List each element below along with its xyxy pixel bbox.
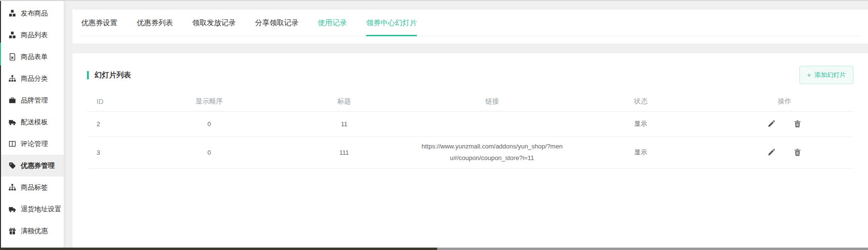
sidebar-item-label: 配送模板 xyxy=(21,118,48,127)
tab-panel: 优惠券设置 优惠券列表 领取发放记录 分享领取记录 使用记录 领券中心幻灯片 xyxy=(72,10,868,44)
title-accent-bar xyxy=(87,71,89,79)
plus-icon: + xyxy=(807,72,811,78)
sidebar-item-product-form[interactable]: 商品表单 xyxy=(1,46,64,68)
column-header-title: 标题 xyxy=(270,92,418,111)
sidebar-item-brand-management[interactable]: 品牌管理 xyxy=(1,89,64,111)
sidebar-item-delivery-template[interactable]: 配送模板 xyxy=(1,111,64,133)
window-top-edge xyxy=(0,0,868,1)
tab-coupon-list[interactable]: 优惠券列表 xyxy=(137,10,173,36)
pencil-icon xyxy=(768,120,775,128)
table-header-row: ID 显示顺序 标题 链接 状态 操作 xyxy=(87,92,854,111)
truck-icon xyxy=(9,118,16,126)
sidebar-item-full-discount[interactable]: 满额优惠 xyxy=(1,220,64,242)
add-slide-button[interactable]: + 添加幻灯片 xyxy=(799,66,854,84)
sidebar-item-label: 品牌管理 xyxy=(21,96,48,105)
sidebar-item-label: 评论管理 xyxy=(21,140,48,148)
slides-content-panel: 幻灯片列表 + 添加幻灯片 ID 显示顺序 标题 链接 状态 操作 2 0 xyxy=(72,53,868,248)
cell-display-order: 0 xyxy=(148,136,270,168)
link-text: https://www.yunzmall.com/addons/yun_shop… xyxy=(420,141,564,164)
briefcase-icon xyxy=(9,97,16,104)
file-x-icon xyxy=(9,53,16,60)
sidebar-item-label: 商品列表 xyxy=(21,31,48,40)
sidebar-item-product-tags[interactable]: 商品标签 xyxy=(1,176,64,198)
tab-claim-issue-records[interactable]: 领取发放记录 xyxy=(192,10,236,36)
cell-id: 3 xyxy=(87,136,148,168)
table-row: 2 0 11 显示 xyxy=(87,111,854,136)
tab-coupon-center-slides[interactable]: 领券中心幻灯片 xyxy=(366,10,417,36)
tab-bar: 优惠券设置 优惠券列表 领取发放记录 分享领取记录 使用记录 领券中心幻灯片 xyxy=(81,10,859,36)
add-slide-button-label: 添加幻灯片 xyxy=(814,71,846,79)
cell-title: 111 xyxy=(270,136,418,168)
sitemap-icon xyxy=(9,75,16,82)
sidebar-item-coupon-management[interactable]: 优惠券管理 xyxy=(1,155,64,176)
sidebar-item-product-category[interactable]: 商品分类 xyxy=(1,68,64,89)
tag-icon xyxy=(9,162,16,169)
tab-usage-records[interactable]: 使用记录 xyxy=(318,10,347,36)
gift-icon xyxy=(9,227,16,235)
pencil-icon xyxy=(768,148,775,156)
sidebar: 发布商品 商品列表 商品表单 商品分类 品牌管理 配送模板 评论管理 优惠券管理… xyxy=(1,1,64,248)
delete-button[interactable] xyxy=(794,148,801,156)
cell-display-order: 0 xyxy=(148,111,270,136)
sidebar-item-label: 退货地址设置 xyxy=(21,205,61,214)
sidebar-item-return-address-settings[interactable]: 退货地址设置 xyxy=(1,198,64,220)
sidebar-item-publish-product[interactable]: 发布商品 xyxy=(1,2,64,24)
sidebar-item-label: 商品标签 xyxy=(21,183,48,192)
section-title-text: 幻灯片列表 xyxy=(95,71,131,80)
sidebar-item-product-list[interactable]: 商品列表 xyxy=(1,24,64,46)
column-header-display-order: 显示顺序 xyxy=(148,92,270,111)
trash-icon xyxy=(794,148,801,156)
columns-icon xyxy=(9,140,16,147)
delete-button[interactable] xyxy=(794,120,801,128)
table-row: 3 0 111 https://www.yunzmall.com/addons/… xyxy=(87,136,854,168)
sidebar-item-label: 商品表单 xyxy=(21,53,48,61)
section-title: 幻灯片列表 xyxy=(87,71,131,80)
cell-actions xyxy=(715,136,854,168)
sidebar-item-label: 满额优惠 xyxy=(21,227,48,235)
column-header-link: 链接 xyxy=(418,92,566,111)
sitemap-icon xyxy=(9,184,16,191)
panel-header: 幻灯片列表 + 添加幻灯片 xyxy=(87,66,854,84)
sidebar-item-label: 优惠券管理 xyxy=(21,162,55,170)
sidebar-item-comment-management[interactable]: 评论管理 xyxy=(1,133,64,155)
cell-actions xyxy=(715,111,854,136)
window-bottom-edge-left xyxy=(0,248,437,250)
cell-id: 2 xyxy=(87,111,148,136)
edit-button[interactable] xyxy=(768,120,775,128)
cell-status: 显示 xyxy=(566,111,715,136)
cell-link: https://www.yunzmall.com/addons/yun_shop… xyxy=(418,136,566,168)
trash-icon xyxy=(794,120,801,128)
column-header-id: ID xyxy=(87,92,148,111)
cell-link xyxy=(418,111,566,136)
cell-title: 11 xyxy=(270,111,418,136)
cell-status: 显示 xyxy=(566,136,715,168)
tab-share-claim-records[interactable]: 分享领取记录 xyxy=(255,10,299,36)
cubes-icon xyxy=(9,10,16,17)
column-header-actions: 操作 xyxy=(715,92,854,111)
edit-button[interactable] xyxy=(768,148,775,156)
truck-icon xyxy=(9,206,16,213)
cubes-icon xyxy=(9,31,16,39)
slides-table: ID 显示顺序 标题 链接 状态 操作 2 0 11 显示 xyxy=(87,92,854,169)
sidebar-item-label: 商品分类 xyxy=(21,74,48,83)
tab-coupon-settings[interactable]: 优惠券设置 xyxy=(81,10,117,36)
sidebar-item-label: 发布商品 xyxy=(21,9,48,18)
window-bottom-edge xyxy=(0,248,868,250)
column-header-status: 状态 xyxy=(566,92,715,111)
